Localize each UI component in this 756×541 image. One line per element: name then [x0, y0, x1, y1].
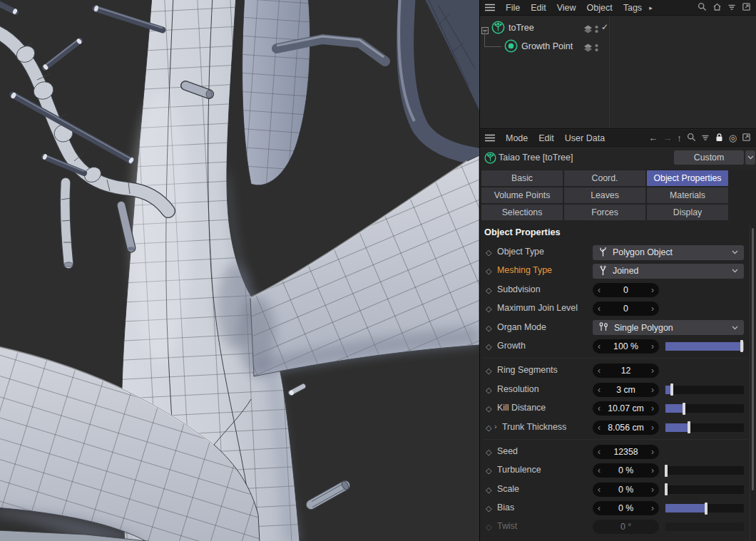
bias-slider[interactable] [665, 504, 744, 512]
kill-distance-slider[interactable] [665, 404, 744, 413]
increment-arrow[interactable]: › [651, 386, 654, 394]
stepper-value[interactable]: 0 % [601, 485, 651, 495]
trunk-thickness-stepper[interactable]: ‹ 8.056 cm › [593, 421, 659, 435]
resolution-slider[interactable] [665, 386, 744, 394]
keyframe-diamond-icon[interactable]: ◇ [486, 304, 491, 314]
organ-mode-dropdown[interactable]: Single Polygon [593, 320, 744, 335]
stepper-value[interactable]: 12358 [601, 447, 651, 457]
filter-icon[interactable] [727, 1, 736, 14]
object-name-totree[interactable]: toTree [509, 23, 534, 33]
slider-handle[interactable] [688, 421, 690, 433]
tab-object-properties[interactable]: Object Properties [647, 170, 728, 186]
stepper-value[interactable]: 10.07 cm [601, 403, 651, 413]
expand-arrow-icon[interactable]: › [494, 422, 497, 431]
meshing-type-dropdown[interactable]: Joined [593, 264, 744, 279]
slider-handle[interactable] [740, 340, 743, 352]
tab-coord[interactable]: Coord. [564, 170, 645, 186]
search-icon[interactable] [687, 132, 696, 145]
keyframe-diamond-icon[interactable]: ◇ [486, 385, 491, 395]
expand-collapse-toggle[interactable] [481, 24, 489, 37]
growth-stepper[interactable]: ‹ 100 % › [593, 339, 659, 354]
keyframe-diamond-icon[interactable]: ◇ [486, 465, 491, 475]
slider-handle[interactable] [665, 465, 668, 477]
layers-tag-icon[interactable] [583, 24, 593, 36]
keyframe-diamond-icon[interactable]: ◇ [486, 323, 491, 333]
enable-dots-icon[interactable] [595, 24, 598, 36]
target-icon[interactable]: ◎ [729, 133, 737, 143]
increment-arrow[interactable]: › [651, 366, 654, 375]
keyframe-diamond-icon[interactable]: ◇ [486, 447, 491, 457]
seed-stepper[interactable]: ‹ 12358 › [593, 445, 659, 459]
keyframe-diamond-icon[interactable]: ◇ [486, 247, 491, 257]
ring-segments-stepper[interactable]: ‹ 12 › [593, 364, 659, 378]
tab-forces[interactable]: Forces [564, 205, 645, 220]
bias-stepper[interactable]: ‹ 0 % › [593, 501, 659, 515]
stepper-value[interactable]: 12 [601, 366, 651, 376]
slider-handle[interactable] [683, 403, 685, 415]
up-arrow-icon[interactable]: ↑ [677, 133, 682, 143]
keyframe-diamond-icon[interactable]: ◇ [486, 266, 491, 276]
hamburger-menu-icon[interactable] [485, 4, 495, 11]
tab-display[interactable]: Display [647, 205, 728, 220]
tab-materials[interactable]: Materials [647, 187, 728, 203]
preset-dropdown[interactable]: Custom [674, 150, 744, 165]
menu-tags[interactable]: Tags [623, 3, 642, 13]
slider-handle[interactable] [665, 483, 668, 495]
kill-distance-stepper[interactable]: ‹ 10.07 cm › [593, 401, 659, 416]
stepper-value[interactable]: 8.056 cm [601, 423, 651, 433]
scale-stepper[interactable]: ‹ 0 % › [593, 483, 659, 497]
menu-user-data[interactable]: User Data [565, 133, 605, 143]
increment-arrow[interactable]: › [651, 504, 654, 512]
popout-icon[interactable] [742, 132, 751, 145]
turbulence-stepper[interactable]: ‹ 0 % › [593, 463, 659, 478]
keyframe-diamond-icon[interactable]: ◇ [486, 423, 491, 433]
increment-arrow[interactable]: › [651, 448, 654, 456]
keyframe-diamond-icon[interactable]: ◇ [486, 503, 491, 513]
keyframe-diamond-icon[interactable]: ◇ [486, 366, 491, 376]
stepper-value[interactable]: 0 [601, 304, 651, 314]
popout-icon[interactable] [742, 1, 751, 14]
tab-volume-points[interactable]: Volume Points [481, 187, 563, 203]
menu-object[interactable]: Object [587, 3, 613, 13]
properties-scrollbar[interactable] [750, 225, 754, 541]
increment-arrow[interactable]: › [651, 304, 654, 313]
increment-arrow[interactable]: › [651, 342, 654, 351]
tree-object-icon[interactable] [491, 21, 505, 37]
menu-edit[interactable]: Edit [531, 3, 546, 13]
scale-slider[interactable] [665, 485, 744, 494]
menu-mode[interactable]: Mode [506, 133, 528, 143]
subdvision-stepper[interactable]: ‹ 0 › [593, 283, 659, 297]
hamburger-menu-icon[interactable] [485, 134, 495, 142]
home-icon[interactable] [712, 1, 722, 14]
trunk-thickness-slider[interactable] [665, 423, 744, 432]
increment-arrow[interactable]: › [651, 485, 654, 494]
object-name-growth-point[interactable]: Growth Point [521, 41, 573, 51]
growth-point-icon[interactable] [504, 39, 518, 56]
back-arrow-icon[interactable]: ← [648, 133, 658, 143]
keyframe-diamond-icon[interactable]: ◇ [486, 285, 491, 295]
viewport-3d[interactable] [0, 0, 479, 541]
slider-handle[interactable] [670, 383, 673, 396]
search-icon[interactable] [698, 1, 707, 14]
stepper-value[interactable]: 0 % [601, 503, 651, 513]
layers-tag-icon[interactable] [583, 42, 593, 55]
keyframe-diamond-icon[interactable]: ◇ [486, 403, 491, 413]
menu-file[interactable]: File [506, 3, 520, 13]
increment-arrow[interactable]: › [651, 286, 654, 294]
increment-arrow[interactable]: › [651, 423, 654, 432]
tab-leaves[interactable]: Leaves [564, 187, 645, 203]
lock-icon[interactable] [715, 132, 724, 145]
tab-selections[interactable]: Selections [481, 205, 563, 220]
turbulence-slider[interactable] [665, 466, 744, 475]
stepper-value[interactable]: 0 % [601, 465, 651, 475]
keyframe-diamond-icon[interactable]: ◇ [486, 485, 491, 495]
resolution-stepper[interactable]: ‹ 3 cm › [593, 383, 659, 397]
check-icon[interactable]: ✓ [601, 22, 608, 32]
maximum-join-level-stepper[interactable]: ‹ 0 › [593, 302, 659, 316]
preset-chevron-button[interactable] [745, 150, 755, 165]
stepper-value[interactable]: 100 % [601, 341, 651, 351]
enable-dots-icon[interactable] [595, 42, 598, 55]
scrollbar-thumb[interactable] [752, 228, 754, 490]
increment-arrow[interactable]: › [651, 404, 654, 413]
tab-basic[interactable]: Basic [481, 170, 563, 186]
